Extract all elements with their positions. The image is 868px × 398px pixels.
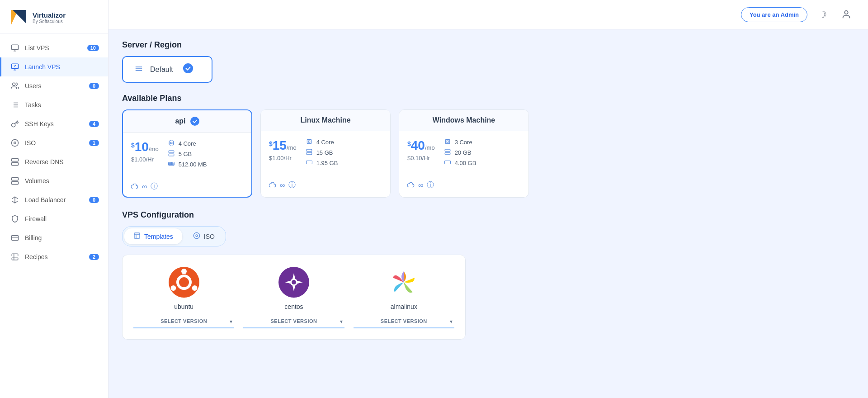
plan-footer-linux: ∞ ⓘ — [261, 177, 390, 195]
svg-rect-44 — [307, 149, 312, 152]
os-item-centos[interactable]: centos SELECT VERSION ▾ — [243, 266, 344, 328]
server-region-card[interactable]: Default — [122, 56, 212, 83]
available-plans-title: Available Plans — [122, 94, 854, 103]
sidebar-label-volumes: Volumes — [25, 177, 49, 185]
sidebar-item-load-balancer[interactable]: Load Balancer 0 — [0, 190, 108, 209]
os-item-almalinux[interactable]: almalinux SELECT VERSION ▾ — [354, 266, 454, 328]
spec-disk-value-api: 5 GB — [179, 151, 192, 157]
selected-check-icon — [183, 63, 193, 76]
bandwidth-infinity-api: ∞ — [142, 183, 147, 191]
theme-toggle-button[interactable]: ☽ — [815, 6, 831, 23]
sidebar-item-reverse-dns[interactable]: Reverse DNS — [0, 152, 108, 171]
plan-body-windows: $40/mo $0.10/Hr 3 Core — [399, 131, 528, 177]
centos-version-wrapper[interactable]: SELECT VERSION ▾ — [243, 315, 344, 328]
cloud-icon-windows — [407, 182, 415, 189]
balance-icon — [10, 195, 19, 204]
ubuntu-logo — [168, 266, 200, 298]
plan-price-windows: $40/mo $0.10/Hr — [407, 138, 435, 161]
tab-iso[interactable]: ISO — [184, 228, 224, 244]
svg-rect-47 — [445, 139, 449, 143]
plan-dollar-windows: $ — [407, 140, 411, 147]
topbar: You are an Admin ☽ — [108, 0, 868, 29]
vps-config-title: VPS Configuration — [122, 210, 854, 220]
plan-card-api[interactable]: api $10/mo $1.00/Hr — [122, 109, 252, 198]
svg-rect-30 — [170, 142, 172, 144]
plan-amount-windows: 40 — [411, 138, 425, 152]
sidebar-item-ssh-keys[interactable]: SSH Keys 4 — [0, 114, 108, 133]
svg-point-23 — [844, 11, 848, 14]
moon-icon: ☽ — [819, 9, 827, 20]
info-icon-windows[interactable]: ⓘ — [427, 180, 434, 190]
almalinux-version-wrapper[interactable]: SELECT VERSION ▾ — [354, 315, 454, 328]
svg-rect-18 — [12, 178, 19, 180]
sidebar-item-iso[interactable]: ISO 1 — [0, 133, 108, 152]
os-item-ubuntu[interactable]: ubuntu SELECT VERSION ▾ — [133, 266, 234, 328]
spec-disk-value-linux: 15 GB — [316, 149, 333, 156]
sidebar-label-list-vps: List VPS — [25, 44, 49, 52]
sidebar-logo: Virtualizor By Softaculous — [0, 0, 108, 34]
user-button[interactable] — [838, 6, 854, 23]
sidebar-badge-iso: 1 — [89, 140, 99, 146]
tasks-icon — [10, 100, 19, 109]
plan-card-linux[interactable]: Linux Machine $15/mo $1.00/Hr — [260, 109, 391, 198]
disk-icon-windows — [444, 149, 451, 156]
plan-body-api: $10/mo $1.00/Hr 4 Core — [123, 133, 251, 178]
sidebar-item-recipes[interactable]: Recipes 2 — [0, 247, 108, 266]
spec-disk-linux: 15 GB — [306, 149, 382, 156]
tab-templates[interactable]: Templates — [124, 228, 182, 244]
sidebar-label-billing: Billing — [25, 234, 42, 242]
admin-badge[interactable]: You are an Admin — [741, 7, 807, 22]
sidebar-label-recipes: Recipes — [25, 253, 48, 261]
spec-ram-value-api: 512.00 MB — [179, 161, 207, 168]
spec-ram-api: 512.00 MB — [168, 161, 243, 168]
disk-icon — [168, 150, 175, 158]
sidebar-item-volumes[interactable]: Volumes — [0, 171, 108, 190]
spec-cores-value-api: 4 Core — [179, 140, 196, 147]
ram-icon — [168, 161, 175, 168]
sidebar-item-launch-vps[interactable]: Launch VPS — [0, 57, 108, 76]
sidebar: Virtualizor By Softaculous List VPS 10 L… — [0, 0, 108, 398]
disk-icon-linux — [306, 149, 313, 156]
centos-logo — [278, 266, 310, 298]
server-region-label: Default — [150, 66, 173, 74]
svg-rect-51 — [444, 161, 450, 164]
ubuntu-version-wrapper[interactable]: SELECT VERSION ▾ — [133, 315, 234, 328]
plan-per-windows: /mo — [425, 144, 435, 151]
sidebar-badge-ssh-keys: 4 — [89, 121, 99, 127]
plan-card-windows[interactable]: Windows Machine $40/mo $0.10/Hr — [399, 109, 529, 198]
sidebar-item-tasks[interactable]: Tasks — [0, 95, 108, 114]
os-grid: ubuntu SELECT VERSION ▾ — [122, 255, 466, 340]
sidebar-item-list-vps[interactable]: List VPS 10 — [0, 38, 108, 57]
recipes-icon — [10, 252, 19, 261]
info-icon-linux[interactable]: ⓘ — [288, 180, 296, 190]
spec-ram-value-linux: 1.95 GB — [316, 160, 338, 166]
plan-name-api: api — [175, 117, 185, 125]
plan-dollar-api: $ — [131, 142, 135, 149]
centos-version-select[interactable]: SELECT VERSION — [243, 315, 344, 328]
ubuntu-label: ubuntu — [174, 303, 193, 310]
sidebar-item-firewall[interactable]: Firewall — [0, 209, 108, 228]
svg-rect-19 — [12, 182, 19, 185]
bandwidth-infinity-linux: ∞ — [280, 181, 285, 190]
sidebar-label-reverse-dns: Reverse DNS — [25, 158, 64, 166]
plan-hourly-api: $1.00/Hr — [131, 156, 159, 163]
monitor-icon — [10, 43, 19, 52]
plan-per-api: /mo — [149, 146, 159, 152]
almalinux-version-select[interactable]: SELECT VERSION — [354, 315, 454, 328]
svg-rect-40 — [169, 154, 174, 156]
firewall-icon — [10, 214, 19, 223]
sidebar-item-billing[interactable]: Billing — [0, 228, 108, 247]
ram-icon-windows — [444, 159, 451, 167]
plan-price-api: $10/mo $1.00/Hr — [131, 140, 159, 163]
svg-point-59 — [192, 285, 197, 291]
sidebar-label-iso: ISO — [25, 139, 36, 147]
sidebar-item-users[interactable]: Users 0 — [0, 76, 108, 95]
plan-amount-linux: 15 — [273, 138, 287, 152]
plan-amount-api: 10 — [135, 140, 149, 154]
ubuntu-version-select[interactable]: SELECT VERSION — [133, 315, 234, 328]
info-icon-api[interactable]: ⓘ — [151, 182, 158, 191]
svg-rect-14 — [12, 159, 19, 161]
plan-footer-api: ∞ ⓘ — [123, 178, 251, 197]
templates-tab-icon — [133, 232, 141, 241]
sidebar-badge-list-vps: 10 — [87, 45, 99, 51]
